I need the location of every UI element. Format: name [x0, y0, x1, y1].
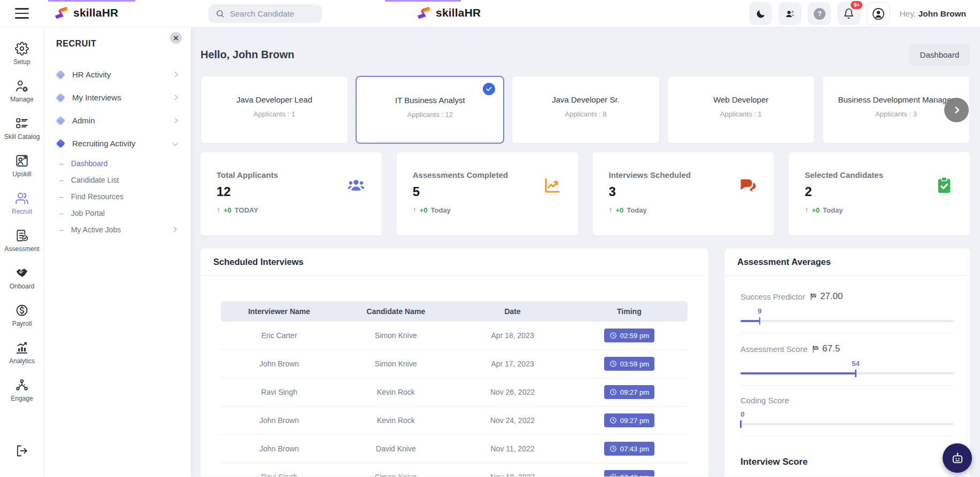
job-card-java-developer-sr[interactable]: Java Developer Sr. Applicants : 8 — [512, 76, 659, 144]
avatar-icon — [871, 7, 885, 21]
rail-item-onboard[interactable]: Onboard — [0, 259, 44, 296]
clock-icon — [609, 360, 617, 367]
search-icon — [215, 9, 225, 18]
rail-item-analytics[interactable]: Analytics — [0, 334, 44, 371]
chatbot-button[interactable] — [943, 443, 972, 473]
job-card-it-business-analyst[interactable]: IT Business Analyst Applicants : 12 — [356, 76, 504, 144]
job-card-web-developer[interactable]: Web Developer Applicants : 1 — [667, 76, 815, 144]
sidebar-item-admin[interactable]: Admin — [56, 109, 179, 132]
diamond-icon — [56, 116, 65, 125]
profile-button[interactable] — [867, 2, 890, 25]
interview-row: Eric Carter Simon Knive Apr 18, 2023 02:… — [221, 322, 688, 350]
job-applicants: Applicants : 1 — [215, 110, 334, 118]
interview-row: Ravi Singh Simon Knive Nov 10, 2022 07:4… — [221, 463, 688, 476]
job-applicants: Applicants : 12 — [371, 111, 489, 119]
bell-icon — [843, 8, 854, 19]
sidebar-item-my-interviews[interactable]: My Interviews — [56, 86, 179, 109]
help-icon: ? — [814, 8, 825, 20]
chevron-right-icon — [173, 118, 178, 123]
stat-label: Interviews Scheduled — [609, 170, 758, 179]
sidebar-item-candidate-list[interactable]: Candidate List — [56, 171, 179, 188]
clock-icon — [609, 445, 617, 452]
rail-item-recruit[interactable]: Recruit — [0, 184, 44, 222]
robot-icon — [950, 451, 965, 466]
logout-button[interactable] — [0, 439, 44, 463]
scheduled-interviews-title: Scheduled Interviews — [213, 257, 696, 267]
interview-row: John Brown David Knive Nov 11, 2022 07:4… — [221, 435, 688, 463]
job-title: Business Development Manager — [837, 94, 955, 105]
search-candidate-input[interactable] — [230, 9, 315, 18]
logout-icon — [15, 444, 29, 458]
slider-thumb[interactable] — [759, 317, 761, 325]
scheduled-interviews-panel: Scheduled Interviews Interviewer NameCan… — [200, 248, 708, 476]
close-icon[interactable]: ✕ — [170, 32, 182, 44]
sidebar-item-find-resources[interactable]: Find Resources — [56, 188, 179, 205]
clock-icon — [609, 417, 617, 424]
handshake-icon — [15, 266, 29, 280]
slider-value: 54 — [852, 359, 859, 367]
stat-card-selected-candidates: Selected Candidates 2 ↑ +0 Today — [789, 152, 970, 236]
team-button[interactable] — [778, 2, 801, 25]
timing-chip[interactable]: 03:59 pm — [604, 357, 654, 371]
job-title: Java Developer Lead — [215, 94, 334, 105]
help-button[interactable]: ? — [808, 2, 831, 25]
timing-chip[interactable]: 09:27 pm — [604, 413, 654, 427]
rail-item-manage[interactable]: Manage — [0, 72, 44, 110]
stat-value: 5 — [413, 184, 562, 199]
clock-icon — [609, 332, 617, 339]
column-header-interviewer-name: Interviewer Name — [221, 307, 337, 316]
sidebar-item-recruiting-activity[interactable]: Recruiting Activity — [56, 132, 179, 155]
menu-toggle-icon[interactable] — [15, 8, 29, 19]
theme-toggle-button[interactable] — [749, 2, 772, 25]
user-gear-icon — [15, 79, 29, 93]
loading-bar-segment — [48, 0, 135, 2]
job-cards-carousel: Java Developer Lead Applicants : 1 IT Bu… — [200, 76, 970, 144]
notification-badge: 9+ — [851, 1, 862, 9]
greeting: Hey, John Brown — [899, 9, 966, 19]
interview-date: Nov 26, 2022 — [454, 388, 571, 396]
score-slider[interactable]: 0 — [740, 423, 954, 425]
flag-value: 67.5 — [822, 343, 840, 354]
timing-chip[interactable]: 07:43 pm — [604, 442, 654, 456]
rail-item-upskill[interactable]: Upskill — [0, 147, 44, 184]
score-slider[interactable]: 54 — [740, 372, 954, 374]
rail-item-payroll[interactable]: Payroll — [0, 296, 44, 334]
sidebar-item-dashboard[interactable]: Dashboard — [56, 155, 179, 171]
sidebar-menu: HR Activity My Interviews Admin Recruiti… — [56, 63, 179, 238]
rail-item-skill-catalog[interactable]: Skill Catalog — [0, 110, 44, 147]
dashboard-button[interactable]: Dashboard — [909, 44, 970, 66]
timing-chip[interactable]: 09:27 pm — [604, 385, 654, 399]
column-header-candidate-name: Candidate Name — [337, 307, 454, 316]
job-title: IT Business Analyst — [371, 95, 489, 106]
carousel-next-button[interactable] — [944, 98, 969, 122]
notifications-button[interactable]: 9+ — [837, 2, 860, 25]
score-slider[interactable]: 9 — [740, 320, 954, 322]
sidebar-item-hr-activity[interactable]: HR Activity — [56, 63, 179, 86]
users-icon — [784, 8, 796, 20]
search-candidate-box[interactable] — [209, 4, 322, 23]
sidebar-item-job-portal[interactable]: Job Portal — [56, 205, 179, 221]
clock-icon — [609, 473, 617, 476]
rail-item-setup[interactable]: Setup — [0, 35, 44, 72]
rail-item-engage[interactable]: Engage — [0, 371, 44, 409]
stat-card-assessments-completed: Assessments Completed 5 ↑ +0 Today — [397, 152, 578, 236]
job-applicants: Applicants : 1 — [682, 110, 800, 118]
slider-coding-score: Coding Score 0 — [740, 386, 954, 436]
slider-thumb[interactable] — [740, 420, 742, 428]
job-card-java-developer-lead[interactable]: Java Developer Lead Applicants : 1 — [200, 76, 348, 144]
topbar: skillaHR skillaHR ? — [0, 0, 980, 27]
timing-chip[interactable]: 02:59 pm — [604, 329, 654, 342]
rail-item-assessment[interactable]: Assessment — [0, 222, 44, 259]
table-header-row: Interviewer NameCandidate NameDateTiming — [221, 301, 688, 322]
slider-thumb[interactable] — [855, 370, 856, 377]
slider-value: 0 — [740, 410, 744, 418]
interview-row: John Brown Simon Knive Apr 17, 2023 03:5… — [221, 350, 688, 378]
stat-delta: ↑ +0 Today — [413, 206, 562, 214]
chevron-right-icon — [173, 72, 178, 77]
interviewer-name: Eric Carter — [221, 331, 337, 340]
catalog-icon — [15, 116, 29, 130]
app-logo[interactable]: skillaHR — [53, 5, 118, 21]
timing-chip[interactable]: 07:43 pm — [604, 470, 654, 476]
sidebar-item-my-active-jobs[interactable]: My Active Jobs — [56, 221, 179, 238]
doc-check-icon — [15, 229, 29, 243]
